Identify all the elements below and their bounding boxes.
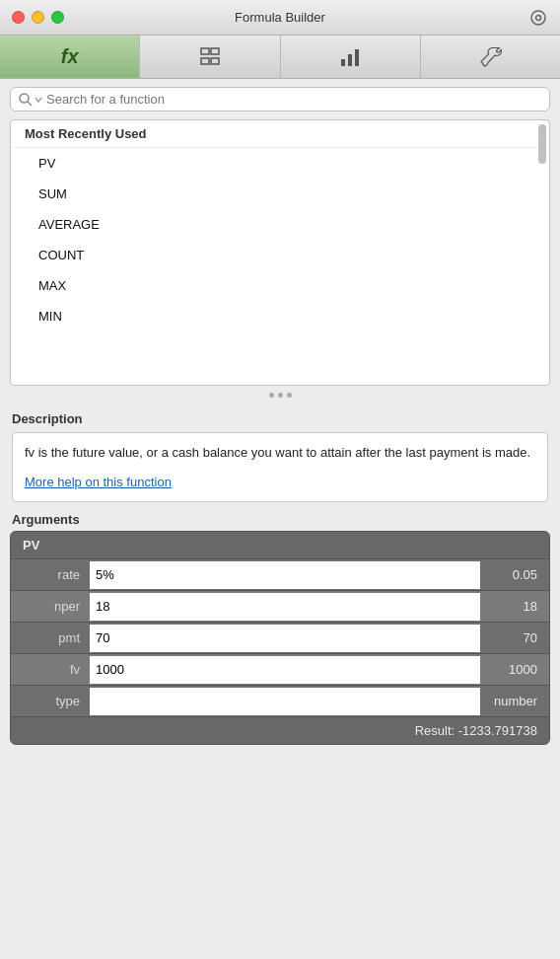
argument-value-nper: 18 <box>480 591 549 622</box>
argument-row-fv: fv 1000 <box>11 653 549 685</box>
svg-point-0 <box>531 11 545 25</box>
argument-label-type: type <box>11 686 90 716</box>
function-item-min[interactable]: MIN <box>11 301 549 332</box>
argument-row-rate: rate 0.05 <box>11 558 549 590</box>
arguments-function-name: PV <box>11 532 549 558</box>
argument-value-rate: 0.05 <box>480 559 549 590</box>
title-bar: Formula Builder <box>0 0 560 36</box>
wrench-icon <box>478 45 502 69</box>
maximize-button[interactable] <box>51 11 64 24</box>
more-help-link[interactable]: More help on this function <box>25 475 172 489</box>
close-button[interactable] <box>12 11 25 24</box>
description-section: Description fv is the future value, or a… <box>0 404 560 506</box>
search-input[interactable] <box>46 92 541 107</box>
svg-rect-8 <box>355 49 359 66</box>
search-icon <box>19 93 33 107</box>
search-bar <box>10 87 550 111</box>
svg-rect-4 <box>201 58 209 64</box>
svg-rect-6 <box>341 59 345 66</box>
result-row: Result: -1233.791738 <box>11 716 549 744</box>
function-item-sum[interactable]: SUM <box>11 179 549 209</box>
svg-point-9 <box>20 94 29 103</box>
tab-chart[interactable] <box>281 36 421 78</box>
argument-label-nper: nper <box>11 591 90 622</box>
argument-value-pmt: 70 <box>480 623 549 653</box>
svg-line-10 <box>28 102 32 106</box>
argument-input-fv[interactable] <box>90 656 480 684</box>
description-text: fv is the future value, or a cash balanc… <box>25 443 535 463</box>
argument-input-rate[interactable] <box>90 561 480 589</box>
svg-rect-5 <box>211 58 219 64</box>
chart-icon <box>338 45 362 69</box>
tab-fx-label: fx <box>61 45 79 68</box>
bottom-space <box>0 745 560 765</box>
tab-ref[interactable] <box>140 36 280 78</box>
argument-row-nper: nper 18 <box>11 590 549 622</box>
resize-dot-2 <box>278 393 283 398</box>
search-container <box>0 79 560 119</box>
svg-rect-3 <box>211 48 219 54</box>
description-box: fv is the future value, or a cash balanc… <box>12 432 548 502</box>
argument-input-nper[interactable] <box>90 593 480 621</box>
toolbar: fx <box>0 36 560 79</box>
window-controls <box>12 11 64 24</box>
search-icon-wrapper <box>19 93 42 107</box>
argument-label-fv: fv <box>11 654 90 685</box>
minimize-button[interactable] <box>32 11 44 24</box>
tab-fx[interactable]: fx <box>0 36 140 78</box>
resize-dot-3 <box>287 393 292 398</box>
function-item-max[interactable]: MAX <box>11 270 549 301</box>
resize-handle[interactable] <box>0 386 560 404</box>
arguments-box: PV rate 0.05 nper 18 pmt 70 fv 1000 type… <box>10 531 550 745</box>
argument-input-type[interactable] <box>90 688 480 715</box>
argument-row-pmt: pmt 70 <box>11 622 549 653</box>
function-item-pv[interactable]: PV <box>11 148 549 179</box>
settings-icon[interactable] <box>528 8 548 28</box>
window-title: Formula Builder <box>235 10 325 25</box>
tab-settings[interactable] <box>421 36 560 78</box>
svg-rect-7 <box>348 54 352 66</box>
ref-icon <box>198 45 222 69</box>
argument-value-fv: 1000 <box>480 654 549 685</box>
scrollbar[interactable] <box>538 124 546 164</box>
argument-input-pmt[interactable] <box>90 625 480 652</box>
result-text: Result: -1233.791738 <box>415 723 537 738</box>
function-item-count[interactable]: COUNT <box>11 240 549 270</box>
resize-dot-1 <box>269 393 274 398</box>
svg-point-1 <box>536 15 541 20</box>
function-list: Most Recently Used PV SUM AVERAGE COUNT … <box>10 119 550 386</box>
description-label: Description <box>12 411 548 426</box>
argument-row-type: type number <box>11 685 549 716</box>
argument-value-type: number <box>480 686 549 716</box>
argument-label-pmt: pmt <box>11 623 90 653</box>
argument-label-rate: rate <box>11 559 90 590</box>
search-dropdown-icon <box>35 96 42 104</box>
svg-rect-2 <box>201 48 209 54</box>
arguments-label: Arguments <box>0 506 560 531</box>
function-category: Most Recently Used <box>11 120 549 148</box>
function-item-average[interactable]: AVERAGE <box>11 209 549 240</box>
